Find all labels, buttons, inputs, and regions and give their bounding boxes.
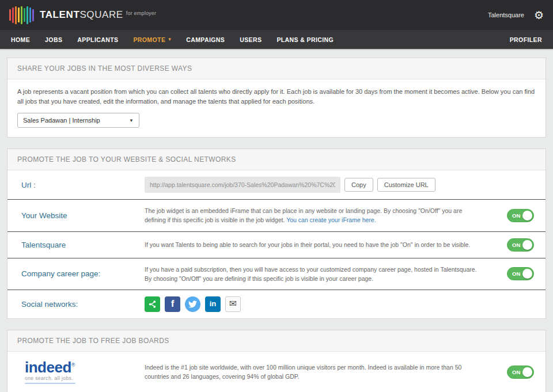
toggle-on-label: ON xyxy=(512,369,520,375)
brand-talent: TALENT xyxy=(40,9,79,21)
talentsquare-toggle[interactable]: ON xyxy=(507,238,534,252)
chevron-down-icon: ▾ xyxy=(168,37,171,42)
url-label: Url : xyxy=(7,181,145,189)
nav-item-promote[interactable]: PROMOTE ▾ xyxy=(126,30,179,49)
indeed-row: indeed® one search. all jobs. Indeed is … xyxy=(7,352,546,392)
toggle-knob xyxy=(522,211,532,220)
social-networks-row: Social networks: f in ✉ xyxy=(7,290,546,318)
career-page-description: If you have a paid subscription, then yo… xyxy=(145,265,493,284)
registered-mark: ® xyxy=(71,362,75,368)
toggle-on-label: ON xyxy=(512,212,520,219)
toggle-on-label: ON xyxy=(512,242,520,248)
nav-item-label: JOBS xyxy=(45,36,62,43)
page-content: SHARE YOUR JOBS IN THE MOST DIVERSE WAYS… xyxy=(0,49,553,392)
your-website-label: Your Website xyxy=(7,211,145,220)
share-icon[interactable] xyxy=(145,296,160,312)
nav-item-applicants[interactable]: APPLICANTS xyxy=(70,30,126,49)
select-caret-icon: ▼ xyxy=(129,118,134,123)
job-boards-card-title: PROMOTE THE JOB TO FREE JOB BOARDS xyxy=(7,330,546,352)
nav-item-campaigns[interactable]: CAMPAIGNS xyxy=(179,30,232,49)
toggle-knob xyxy=(522,240,532,250)
indeed-logo: indeed® one search. all jobs. xyxy=(7,360,145,384)
url-row: Url : Copy Customize URL xyxy=(7,170,546,199)
your-website-description: The job widget is an embedded iFrame tha… xyxy=(145,206,493,225)
promote-website-card-title: PROMOTE THE JOB TO YOUR WEBSITE & SOCIAL… xyxy=(7,149,546,170)
nav-item-label: PROMOTE xyxy=(133,36,165,43)
gear-icon[interactable]: ⚙ xyxy=(534,10,544,21)
create-iframe-link[interactable]: You can create your iFrame here. xyxy=(286,216,376,223)
nav-item-label: PROFILER xyxy=(510,36,542,43)
facebook-letter: f xyxy=(171,296,175,311)
copy-url-button[interactable]: Copy xyxy=(344,178,373,192)
nav-item-label: PLANS & PRICING xyxy=(276,36,334,43)
nav-item-users[interactable]: USERS xyxy=(232,30,269,49)
brand-logo[interactable]: TALENTSQUARE for employer xyxy=(9,5,156,25)
brand-suffix: for employer xyxy=(126,10,156,16)
career-page-toggle[interactable]: ON xyxy=(507,267,534,280)
linkedin-letters: in xyxy=(210,298,217,310)
talentsquare-row: Talentsquare If you want Talents to bein… xyxy=(7,231,546,258)
topbar: TALENTSQUARE for employer Talentsquare ⚙ xyxy=(0,0,553,30)
nav-item-label: HOME xyxy=(11,36,30,43)
talentsquare-description: If you want Talents to being able to sea… xyxy=(145,240,493,249)
promote-website-card: PROMOTE THE JOB TO YOUR WEBSITE & SOCIAL… xyxy=(7,149,546,319)
indeed-tagline: one search. all jobs. xyxy=(25,375,145,381)
job-select-value: Sales Padawan | Internship xyxy=(23,117,100,124)
nav-item-plans-pricing[interactable]: PLANS & PRICING xyxy=(269,30,341,49)
social-networks-icons: f in ✉ xyxy=(145,296,493,312)
job-boards-card: PROMOTE THE JOB TO FREE JOB BOARDS indee… xyxy=(7,330,546,392)
brand-text: TALENTSQUARE for employer xyxy=(40,9,156,21)
toggle-on-label: ON xyxy=(512,271,520,277)
topbar-right: Talentsquare ⚙ xyxy=(488,10,544,21)
your-website-toggle[interactable]: ON xyxy=(507,209,534,222)
url-row-content: Copy Customize URL xyxy=(145,177,493,193)
nav-item-profiler[interactable]: PROFILER xyxy=(502,30,550,49)
customize-url-button[interactable]: Customize URL xyxy=(377,178,435,192)
indeed-toggle[interactable]: ON xyxy=(507,366,534,379)
share-jobs-card-title: SHARE YOUR JOBS IN THE MOST DIVERSE WAYS xyxy=(7,58,546,79)
indeed-logo-underline xyxy=(25,383,75,384)
nav-item-jobs[interactable]: JOBS xyxy=(37,30,70,49)
career-page-label: Company career page: xyxy=(7,269,145,278)
nav-spacer xyxy=(341,30,502,49)
account-name[interactable]: Talentsquare xyxy=(488,12,524,18)
twitter-icon[interactable] xyxy=(185,296,200,312)
your-website-row: Your Website The job widget is an embedd… xyxy=(7,199,546,231)
share-jobs-description: A job represents a vacant position from … xyxy=(17,87,536,106)
career-page-row: Company career page: If you have a paid … xyxy=(7,258,546,290)
nav-item-label: USERS xyxy=(240,36,262,43)
nav-item-label: CAMPAIGNS xyxy=(186,36,225,43)
toggle-knob xyxy=(522,367,532,377)
main-nav: HOME JOBS APPLICANTS PROMOTE ▾ CAMPAIGNS… xyxy=(0,30,553,49)
indeed-description: Indeed is the #1 job site worldwide, wit… xyxy=(145,363,493,382)
indeed-logo-text: indeed® xyxy=(25,360,145,375)
talentsquare-logo-icon xyxy=(9,5,34,25)
facebook-icon[interactable]: f xyxy=(165,296,180,312)
share-jobs-card: SHARE YOUR JOBS IN THE MOST DIVERSE WAYS… xyxy=(7,58,546,138)
social-networks-label: Social networks: xyxy=(7,300,145,309)
linkedin-icon[interactable]: in xyxy=(205,296,221,312)
nav-item-label: APPLICANTS xyxy=(77,36,118,43)
job-select[interactable]: Sales Padawan | Internship ▼ xyxy=(17,113,139,128)
brand-square: SQUARE xyxy=(79,9,123,21)
talentsquare-label: Talentsquare xyxy=(7,241,145,249)
nav-item-home[interactable]: HOME xyxy=(3,30,37,49)
email-icon[interactable]: ✉ xyxy=(225,296,241,312)
job-url-input[interactable] xyxy=(145,177,340,193)
share-jobs-card-body: A job represents a vacant position from … xyxy=(7,79,546,137)
toggle-knob xyxy=(522,269,532,279)
envelope-glyph: ✉ xyxy=(229,297,237,311)
